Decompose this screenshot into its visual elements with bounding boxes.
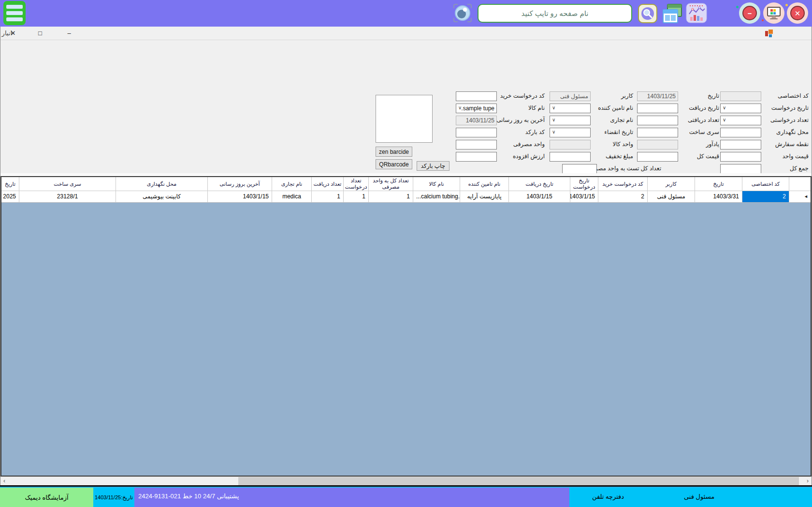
input-1-3[interactable] <box>637 128 678 137</box>
minus-icon: − <box>742 6 757 20</box>
input-1-5[interactable] <box>637 152 678 162</box>
scrollbar-thumb[interactable] <box>238 477 799 486</box>
grid-cell[interactable]: 2 <box>598 191 648 203</box>
horizontal-scrollbar[interactable]: ‹ › <box>0 477 812 485</box>
grid-column-header[interactable]: تاریخ <box>1 177 19 191</box>
decor-dot <box>762 19 764 21</box>
grid-column: تعداد درخواست1 <box>344 177 369 203</box>
grid-column-header[interactable]: کد درخواست خرید <box>598 177 648 191</box>
grid-column-header[interactable]: کاربر <box>648 177 695 191</box>
grid-cell[interactable]: ...calcium tubing.s <box>413 191 460 203</box>
grid-column-header[interactable]: آخرین بروز رسانی <box>208 177 272 191</box>
grid-column: ◄ <box>789 177 812 203</box>
close-icon: ✕ <box>790 6 805 20</box>
grid-column: تاریخ دریافت1403/1/15 <box>509 177 570 203</box>
grid-cell[interactable]: 1 <box>369 191 413 203</box>
close-app-button[interactable]: ✕ <box>787 2 808 24</box>
zen-barcode-button[interactable]: zen barcide <box>376 147 412 157</box>
input-0-4[interactable] <box>720 140 761 149</box>
combo-2-2[interactable]: ∨ <box>550 116 591 125</box>
page-search-input[interactable] <box>478 4 632 23</box>
input-3-3[interactable] <box>456 128 497 137</box>
launcher-bar: ✕ − <box>0 0 812 27</box>
watch-button[interactable] <box>452 2 473 26</box>
search-tool-button[interactable] <box>638 4 657 25</box>
minimize-app-button[interactable]: − <box>739 2 760 24</box>
grid-column-header[interactable]: تعداد کل به واحد مصرفی <box>369 177 413 191</box>
chevron-down-icon: ∨ <box>552 117 555 122</box>
combo-2-3[interactable]: ∨ <box>550 128 591 137</box>
grid-column-header[interactable]: تاریخ دریافت <box>509 177 570 191</box>
grid-column-header[interactable]: تاریخ درخواست <box>570 177 598 191</box>
qr-barcode-button[interactable]: QRbarcode <box>376 159 412 169</box>
input-0-6[interactable] <box>720 164 761 174</box>
grid-column-header[interactable]: سری ساخت <box>19 177 116 191</box>
grid-cell[interactable]: 1403/1/15 <box>208 191 272 203</box>
main-menu-button[interactable] <box>3 1 26 25</box>
grid-column-header[interactable]: تاریخ <box>695 177 742 191</box>
inventory-grid: تاریخ2025سری ساخت23128/1محل نگهداریکابین… <box>0 176 812 477</box>
grid-column-header[interactable]: نام کالا <box>413 177 460 191</box>
grid-cell[interactable]: مسئول فنی <box>648 191 695 203</box>
magnifier-icon <box>638 4 657 23</box>
close-button[interactable]: ✕ <box>6 29 20 38</box>
grid-cell[interactable]: 1 <box>312 191 344 203</box>
print-barcode-button[interactable]: چاپ بارکد <box>417 161 450 171</box>
grid-cell[interactable]: کابینت بیوشیمی <box>116 191 208 203</box>
grid-cell[interactable]: 1403/3/31 <box>695 191 742 203</box>
grid-column-header[interactable]: نام تجاری <box>272 177 312 191</box>
scroll-left-icon[interactable]: ‹ <box>0 477 9 486</box>
grid-column-header[interactable]: محل نگهداری <box>116 177 208 191</box>
grid-cell[interactable]: 23128/1 <box>19 191 116 203</box>
input-3-5[interactable] <box>456 152 497 162</box>
grid-cell[interactable]: 1 <box>344 191 369 203</box>
scroll-right-icon[interactable]: › <box>803 477 812 486</box>
row-selector-icon[interactable]: ◄ <box>789 191 812 203</box>
field-label: تاریخ <box>708 92 719 99</box>
technical-manager-link[interactable]: مسئول فنی <box>684 493 714 500</box>
input-3-0[interactable] <box>456 91 497 101</box>
grid-column: محل نگهداریکابینت بیوشیمی <box>116 177 208 203</box>
grid-cell[interactable]: 1403/1/15 <box>509 191 570 203</box>
grid-cell[interactable]: medica <box>272 191 312 203</box>
grid-column-header[interactable]: کد اختصاصی <box>742 177 789 191</box>
grid-column-header[interactable] <box>789 177 812 191</box>
hamburger-icon <box>6 5 23 9</box>
combo-2-1[interactable]: ∨ <box>550 104 591 113</box>
grid-cell[interactable]: پایازیست آرایه <box>460 191 509 203</box>
windows-button[interactable] <box>661 3 683 26</box>
combo-0-1[interactable]: ∨ <box>720 104 761 113</box>
minimize-button[interactable]: – <box>62 29 76 38</box>
hamburger-icon <box>6 17 23 21</box>
grid-cell[interactable]: 1403/1/15 <box>570 191 598 203</box>
input-2-5[interactable] <box>550 152 591 162</box>
field-label: کد بارکد <box>525 129 545 135</box>
lab-name-badge: آزمایشگاه دیمیک <box>0 488 93 507</box>
phonebook-link[interactable]: دفترچه تلفن <box>592 493 624 500</box>
maximize-button[interactable]: □ <box>33 29 47 38</box>
input-1-1[interactable] <box>637 104 678 113</box>
field-label: قیمت واحد <box>783 153 809 160</box>
status-links-segment: دفترچه تلفن مسئول فنی <box>569 488 812 507</box>
input-2-4 <box>550 140 591 149</box>
input-0-5[interactable] <box>720 152 761 162</box>
input-0-3[interactable] <box>720 128 761 137</box>
grid-column-header[interactable]: تعداد درخواست <box>344 177 369 191</box>
grid-cell[interactable]: 2 <box>742 191 789 203</box>
grid-column-header[interactable]: نام تامین کننده <box>460 177 509 191</box>
input-1-2[interactable] <box>637 116 678 125</box>
grid-cell[interactable]: 2025 <box>1 191 19 203</box>
reports-button[interactable] <box>686 3 707 25</box>
window-titlebar: انبار میانی – □ ✕ <box>0 27 812 40</box>
field-label: واحد مصرفی <box>513 141 545 148</box>
desktop-button[interactable] <box>763 2 784 24</box>
combo-0-2[interactable]: ∨ <box>720 116 761 125</box>
grid-column-header[interactable]: تعداد دریافت <box>312 177 344 191</box>
field-label: کد درخواست خرید <box>500 92 545 99</box>
grid-column: کاربرمسئول فنی <box>648 177 695 203</box>
input-2-6[interactable] <box>562 164 597 174</box>
hamburger-icon <box>6 11 23 15</box>
field-label: کاربر <box>621 92 633 99</box>
input-3-4[interactable] <box>456 140 497 149</box>
combo-3-1[interactable]: sample tupe.∨ <box>456 104 497 113</box>
